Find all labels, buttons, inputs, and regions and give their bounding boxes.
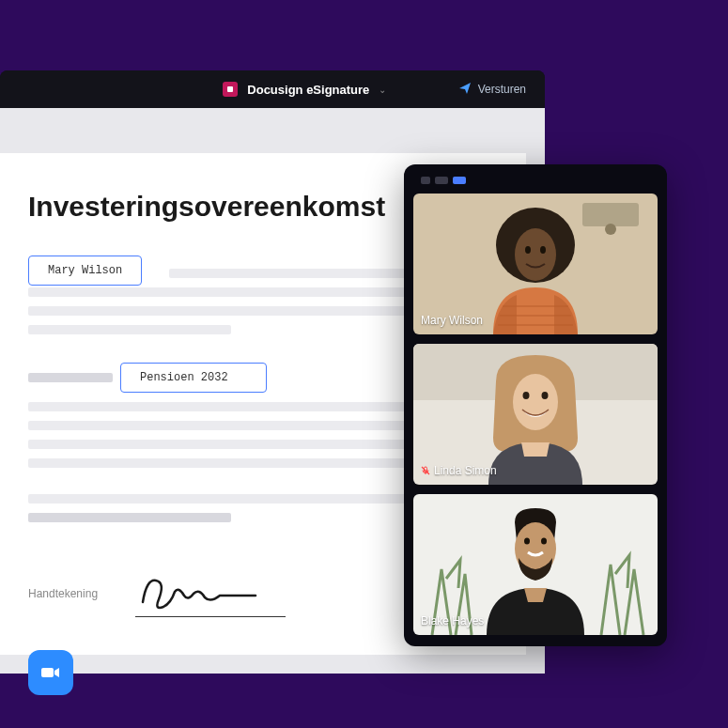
signature-label: Handtekening (28, 587, 98, 600)
participant-name: Blake Hayes (421, 614, 484, 627)
svg-point-2 (605, 224, 616, 235)
svg-point-13 (523, 392, 530, 399)
video-camera-icon (39, 660, 63, 685)
text-placeholder (28, 440, 443, 449)
chevron-down-icon[interactable]: ⌄ (379, 85, 386, 95)
svg-rect-20 (41, 668, 54, 677)
participant-name: Mary Wilson (421, 314, 483, 327)
muted-icon (421, 466, 430, 475)
window-control-icon[interactable] (421, 177, 430, 184)
window-control-icon[interactable] (453, 177, 466, 184)
video-tile[interactable]: Mary Wilson (413, 194, 658, 334)
video-tile[interactable]: Blake Hayes (413, 494, 658, 635)
pension-field[interactable]: Pensioen 2032 (120, 363, 267, 393)
text-placeholder (28, 306, 443, 316)
text-placeholder (28, 287, 443, 297)
svg-point-5 (525, 246, 531, 254)
signature-graphic (135, 569, 267, 616)
document-toolbar (0, 108, 545, 134)
video-panel-controls (413, 174, 658, 194)
svg-point-6 (540, 246, 546, 254)
text-placeholder (28, 325, 231, 334)
app-title: Docusign eSignature (247, 83, 369, 97)
text-placeholder (28, 421, 443, 430)
text-placeholder (28, 373, 113, 382)
send-button[interactable]: Versturen (459, 83, 526, 97)
svg-point-19 (541, 538, 547, 545)
video-call-panel: Mary Wilson Linda Simon (404, 164, 667, 646)
signature-line (135, 616, 286, 617)
docusign-logo-icon (223, 82, 238, 97)
svg-rect-1 (582, 203, 639, 226)
svg-point-12 (513, 374, 558, 430)
participant-name: Linda Simon (421, 464, 497, 477)
text-placeholder (28, 494, 443, 503)
window-control-icon[interactable] (435, 177, 448, 184)
svg-point-14 (542, 392, 549, 399)
text-placeholder (28, 402, 443, 411)
video-tile[interactable]: Linda Simon (413, 344, 658, 485)
text-placeholder (169, 269, 440, 278)
text-placeholder (28, 458, 443, 468)
svg-point-4 (515, 228, 556, 281)
document-header: Docusign eSignature ⌄ Versturen (0, 70, 545, 108)
send-icon (459, 83, 471, 97)
svg-point-18 (524, 538, 530, 545)
text-placeholder (28, 513, 231, 522)
send-label: Versturen (478, 83, 526, 96)
zoom-app-button[interactable] (28, 650, 73, 695)
name-field[interactable]: Mary Wilson (28, 256, 142, 286)
